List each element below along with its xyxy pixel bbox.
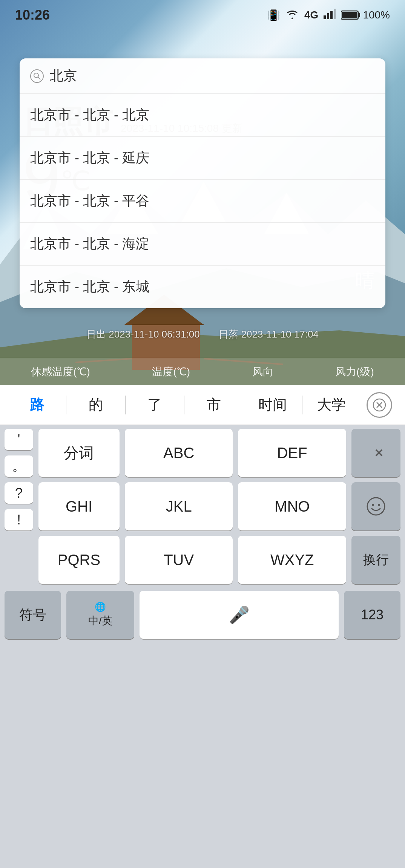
wifi-icon: [285, 8, 299, 22]
number-key[interactable]: 123: [344, 591, 400, 639]
delete-circle-icon: [367, 392, 392, 418]
key-abc[interactable]: ABC: [125, 429, 233, 477]
suggestion-shi[interactable]: 市: [184, 391, 243, 418]
space-mic-key[interactable]: 🎤: [140, 591, 339, 639]
status-bar: 10:26 📳 4G 100%: [0, 0, 405, 30]
punct-column: ' 。: [5, 429, 33, 477]
sunset-text: 日落 2023-11-10 17:04: [219, 329, 319, 340]
key-def[interactable]: DEF: [238, 429, 346, 477]
key-fenci[interactable]: 分词: [38, 429, 120, 477]
search-result-2[interactable]: 北京市 - 北京 - 延庆: [20, 137, 385, 180]
key-row-1: ' 。 分词 ABC DEF: [5, 429, 400, 477]
key-rows: ' 。 分词 ABC DEF: [0, 425, 405, 639]
suggestion-bar: 路 的 了 市 时间 大学: [0, 385, 405, 425]
key-period[interactable]: 。: [5, 455, 33, 477]
search-result-5[interactable]: 北京市 - 北京 - 东城: [20, 266, 385, 308]
suggestion-shijian[interactable]: 时间: [243, 391, 302, 418]
suggestion-de[interactable]: 的: [66, 391, 125, 418]
newline-key-row3[interactable]: 换行: [351, 536, 400, 584]
svg-rect-12: [324, 15, 326, 19]
svg-point-26: [367, 498, 385, 515]
key-tuv[interactable]: TUV: [125, 536, 233, 584]
search-result-3[interactable]: 北京市 - 北京 - 平谷: [20, 180, 385, 223]
key-question[interactable]: ?: [5, 482, 33, 504]
wind-level-label: 风力(级): [335, 365, 374, 379]
key-row-3: PQRS TUV WXYZ 换行: [5, 536, 400, 584]
search-dropdown: 北京 北京市 - 北京 - 北京 北京市 - 北京 - 延庆 北京市 - 北京 …: [20, 58, 385, 308]
mic-icon: 🎤: [229, 605, 250, 625]
key-pqrs[interactable]: PQRS: [38, 536, 120, 584]
key-row-2: ? ! GHI JKL MNO: [5, 482, 400, 530]
status-time: 10:26: [15, 7, 50, 23]
svg-point-27: [372, 504, 374, 506]
svg-rect-13: [327, 13, 329, 19]
keyboard-area: 路 的 了 市 时间 大学 ' 。: [0, 385, 405, 868]
key-row-bottom: 符号 🌐 中/英 🎤 123: [5, 591, 400, 639]
key-wxyz[interactable]: WXYZ: [238, 536, 346, 584]
emoji-key[interactable]: [351, 482, 400, 530]
battery-icon: 100%: [341, 9, 390, 21]
vibrate-icon: 📳: [267, 9, 280, 21]
search-input-value[interactable]: 北京: [50, 67, 77, 85]
search-icon: [30, 69, 44, 83]
suggestion-lu[interactable]: 路: [8, 391, 66, 418]
key-exclaim[interactable]: !: [5, 509, 33, 530]
key-ghi[interactable]: GHI: [38, 482, 120, 530]
search-input-row[interactable]: 北京: [20, 58, 385, 94]
signal-bars-icon: [324, 9, 336, 22]
chinese-english-key[interactable]: 🌐 中/英: [66, 591, 134, 639]
row3-spacer: [5, 536, 33, 584]
svg-rect-15: [334, 9, 336, 19]
status-icons: 📳 4G 100%: [267, 8, 390, 22]
delete-key[interactable]: [351, 429, 400, 477]
svg-rect-14: [330, 11, 333, 19]
key-jkl[interactable]: JKL: [125, 482, 233, 530]
search-result-4[interactable]: 北京市 - 北京 - 海淀: [20, 223, 385, 266]
sunrise-text: 日出 2023-11-10 06:31:00: [86, 329, 200, 340]
suggestion-daxue[interactable]: 大学: [302, 391, 361, 418]
wind-direction-label: 风向: [252, 365, 273, 379]
globe-icon: 🌐: [95, 602, 106, 612]
punct-column-2: ? !: [5, 482, 33, 530]
symbol-key[interactable]: 符号: [5, 591, 61, 639]
svg-point-19: [34, 73, 38, 78]
svg-rect-18: [342, 12, 357, 18]
svg-point-28: [378, 504, 380, 506]
weather-data-row: 休感温度(℃) 温度(℃) 风向 风力(级): [0, 358, 405, 385]
delete-suggestion-button[interactable]: [361, 387, 397, 423]
svg-rect-17: [358, 13, 360, 17]
temp-label: 温度(℃): [152, 365, 190, 379]
signal-4g-icon: 4G: [304, 9, 318, 21]
bottom-safe-area: [0, 639, 405, 662]
sunrise-sunset: 日出 2023-11-10 06:31:00 日落 2023-11-10 17:…: [0, 328, 405, 341]
svg-line-20: [38, 77, 40, 79]
key-apostrophe[interactable]: ': [5, 429, 33, 450]
key-mno[interactable]: MNO: [238, 482, 346, 530]
search-result-1[interactable]: 北京市 - 北京 - 北京: [20, 94, 385, 137]
feels-like-label: 休感温度(℃): [31, 365, 90, 379]
suggestion-le[interactable]: 了: [126, 391, 184, 418]
